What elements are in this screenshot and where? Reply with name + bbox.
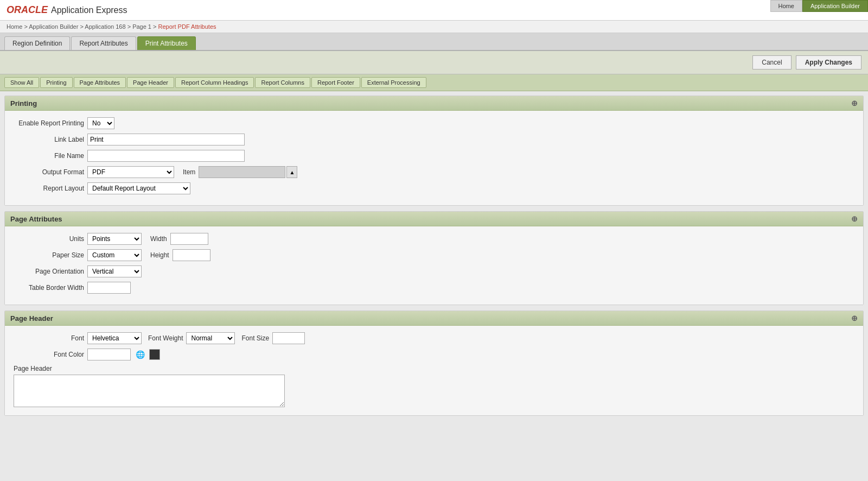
top-nav-application-builder[interactable]: Application Builder xyxy=(802,0,868,12)
printing-section-body: Enable Report Printing No Yes Link Label… xyxy=(5,111,863,205)
width-input[interactable] xyxy=(170,233,208,245)
breadcrumb-home[interactable]: Home xyxy=(7,23,22,30)
page-header-textarea[interactable] xyxy=(14,375,285,407)
paper-size-height-row: Paper Size Custom Letter A4 Legal Height xyxy=(14,249,854,261)
output-format-select[interactable]: PDF Excel Word HTML xyxy=(87,166,174,178)
page-header-textarea-row: Page Header xyxy=(14,365,854,409)
width-label: Width xyxy=(150,235,167,243)
breadcrumb-sep3: > xyxy=(127,23,132,30)
font-label: Font xyxy=(14,334,84,342)
item-picker-button[interactable]: ▲ xyxy=(286,166,297,178)
height-input[interactable] xyxy=(173,249,210,261)
units-label: Units xyxy=(14,235,84,243)
file-name-input[interactable] xyxy=(87,150,245,162)
page-attributes-section-title: Page Attributes xyxy=(10,215,62,223)
paper-size-label: Paper Size xyxy=(14,251,84,259)
enable-report-printing-row: Enable Report Printing No Yes xyxy=(14,117,854,129)
page-orientation-label: Page Orientation xyxy=(14,268,84,275)
page-orientation-row: Page Orientation Vertical Horizontal xyxy=(14,265,854,277)
link-label-row: Link Label xyxy=(14,134,854,145)
printing-section-title: Printing xyxy=(10,99,37,107)
font-color-row: Font Color 🌐 xyxy=(14,349,854,360)
breadcrumb-sep4: > xyxy=(153,23,158,30)
enable-report-printing-label: Enable Report Printing xyxy=(14,119,84,127)
breadcrumb-app-builder[interactable]: Application Builder xyxy=(29,23,78,30)
tab-region-definition[interactable]: Region Definition xyxy=(4,36,70,50)
main-content: Printing ⊕ Enable Report Printing No Yes… xyxy=(0,91,868,426)
table-border-width-input[interactable] xyxy=(87,282,131,294)
section-tab-printing[interactable]: Printing xyxy=(40,77,72,88)
link-label-label: Link Label xyxy=(14,136,84,143)
cancel-button[interactable]: Cancel xyxy=(752,55,791,69)
section-tab-report-column-headings[interactable]: Report Column Headings xyxy=(175,77,254,88)
link-label-input[interactable] xyxy=(87,134,245,145)
height-label: Height xyxy=(150,251,169,259)
top-header: ORACLE Application Express Home Applicat… xyxy=(0,0,868,21)
top-nav: Home Application Builder xyxy=(770,0,868,12)
oracle-logo: ORACLE xyxy=(7,4,48,16)
paper-size-select[interactable]: Custom Letter A4 Legal xyxy=(87,249,142,261)
output-format-row: Output Format PDF Excel Word HTML Item ▲ xyxy=(14,166,854,178)
printing-section-header: Printing ⊕ xyxy=(5,96,863,111)
color-picker-icon[interactable]: 🌐 xyxy=(134,349,146,360)
apply-changes-button[interactable]: Apply Changes xyxy=(796,55,861,69)
font-select[interactable]: Helvetica Arial Times New Roman Courier xyxy=(87,332,142,344)
units-select[interactable]: Points Inches Centimeters xyxy=(87,233,142,245)
page-header-section-collapse-icon[interactable]: ⊕ xyxy=(851,314,858,322)
section-tab-report-footer[interactable]: Report Footer xyxy=(311,77,360,88)
breadcrumb-app168[interactable]: Application 168 xyxy=(85,23,125,30)
table-border-width-label: Table Border Width xyxy=(14,284,84,292)
page-tabs: Region Definition Report Attributes Prin… xyxy=(0,33,868,51)
font-size-input[interactable] xyxy=(272,332,305,344)
top-nav-home[interactable]: Home xyxy=(770,0,802,12)
item-field-wrapper: ▲ xyxy=(199,166,297,178)
report-layout-label: Report Layout xyxy=(14,185,84,192)
printing-section: Printing ⊕ Enable Report Printing No Yes… xyxy=(4,96,864,206)
font-size-label: Font Size xyxy=(241,334,269,342)
report-layout-row: Report Layout Default Report Layout Cust… xyxy=(14,182,854,194)
section-tab-page-attributes[interactable]: Page Attributes xyxy=(74,77,126,88)
page-header-section-body: Font Helvetica Arial Times New Roman Cou… xyxy=(5,326,863,415)
section-tab-page-header[interactable]: Page Header xyxy=(127,77,174,88)
breadcrumb-sep2: > xyxy=(80,23,85,30)
page-header-section: Page Header ⊕ Font Helvetica Arial Times… xyxy=(4,311,864,416)
page-attributes-section-collapse-icon[interactable]: ⊕ xyxy=(851,214,858,223)
page-header-section-header: Page Header ⊕ xyxy=(5,311,863,326)
tab-report-attributes[interactable]: Report Attributes xyxy=(71,36,136,50)
app-express-title: Application Express xyxy=(51,5,127,15)
page-header-textarea-label: Page Header xyxy=(14,365,854,372)
item-input[interactable] xyxy=(199,166,285,178)
item-label: Item xyxy=(183,168,195,176)
font-weight-select[interactable]: Normal Bold Italic Bold Italic xyxy=(186,332,235,344)
page-attributes-section-header: Page Attributes ⊕ xyxy=(5,212,863,226)
action-bar: Cancel Apply Changes xyxy=(0,51,868,74)
section-tabs: Show All Printing Page Attributes Page H… xyxy=(0,74,868,91)
section-tab-report-columns[interactable]: Report Columns xyxy=(255,77,310,88)
color-box[interactable] xyxy=(149,349,160,360)
breadcrumb-page1[interactable]: Page 1 xyxy=(132,23,151,30)
section-tab-show-all[interactable]: Show All xyxy=(4,77,39,88)
font-color-input[interactable] xyxy=(87,349,131,360)
page-orientation-select[interactable]: Vertical Horizontal xyxy=(87,265,142,277)
font-row: Font Helvetica Arial Times New Roman Cou… xyxy=(14,332,854,344)
font-weight-label: Font Weight xyxy=(148,334,183,342)
report-layout-select[interactable]: Default Report Layout Custom xyxy=(87,182,190,194)
file-name-row: File Name xyxy=(14,150,854,162)
section-tab-external-processing[interactable]: External Processing xyxy=(361,77,426,88)
tab-print-attributes[interactable]: Print Attributes xyxy=(137,36,196,50)
units-width-row: Units Points Inches Centimeters Width xyxy=(14,233,854,245)
table-border-width-row: Table Border Width xyxy=(14,282,854,294)
file-name-label: File Name xyxy=(14,152,84,160)
page-attributes-section-body: Units Points Inches Centimeters Width Pa… xyxy=(5,226,863,305)
breadcrumb: Home > Application Builder > Application… xyxy=(0,21,868,33)
enable-report-printing-select[interactable]: No Yes xyxy=(87,117,114,129)
font-color-label: Font Color xyxy=(14,351,84,358)
page-attributes-section: Page Attributes ⊕ Units Points Inches Ce… xyxy=(4,211,864,305)
page-header-section-title: Page Header xyxy=(10,314,53,322)
output-format-label: Output Format xyxy=(14,168,84,176)
breadcrumb-sep1: > xyxy=(24,23,29,30)
breadcrumb-current: Report PDF Attributes xyxy=(158,23,216,30)
printing-section-collapse-icon[interactable]: ⊕ xyxy=(851,99,858,107)
